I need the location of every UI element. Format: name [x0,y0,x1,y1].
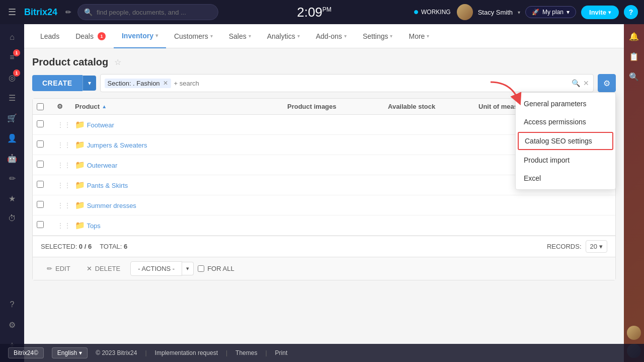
nav-leads[interactable]: Leads [32,24,67,48]
select-all-checkbox[interactable] [37,103,44,110]
th-settings[interactable]: ⚙ [53,103,71,110]
user-name[interactable]: Stacy Smith [478,9,513,16]
hamburger-icon[interactable]: ☰ [6,5,18,20]
sidebar-item-robot[interactable]: 🤖 [3,149,21,167]
dropdown-access-permissions[interactable]: Access permissions [516,113,615,131]
avatar-right-1[interactable] [627,326,641,340]
dropdown-catalog-seo[interactable]: Catalog SEO settings [518,132,613,150]
nav-more[interactable]: More ▾ [400,24,437,48]
notification-icon[interactable]: 🔔 [626,28,642,44]
global-search[interactable]: 🔍 [77,4,218,20]
analytics-caret-icon: ▾ [297,33,300,39]
th-product[interactable]: Product [71,103,283,110]
footer-language-button[interactable]: English ▾ [52,347,88,358]
row-checkbox-6[interactable] [33,221,53,230]
th-checkbox [33,103,53,110]
sidebar-item-tasks[interactable]: ☰ [3,89,21,107]
row-checkbox-1[interactable] [33,120,53,129]
section-tag-close-icon[interactable]: ✕ [163,80,168,87]
search-clear-icon[interactable]: ✕ [583,79,589,87]
create-caret-button[interactable]: ▾ [83,76,96,91]
settings-dropdown: General parameters Access permissions Ca… [515,92,616,190]
sidebar-item-star[interactable]: ★ [3,189,21,207]
footer-brand-button[interactable]: Bitrix24© [8,347,44,358]
th-product-images[interactable]: Product images [283,103,384,110]
row-name-5: 📁 Summer dresses [71,200,283,210]
search-icon: 🔍 [84,8,93,16]
folder-link-2[interactable]: Jumpers & Sweaters [87,141,147,149]
row-name-2: 📁 Jumpers & Sweaters [71,140,283,150]
page-content: Product catalog ☆ CREATE ▾ Section: . Fa… [24,48,624,362]
row-name-3: 📁 Outerwear [71,160,283,170]
folder-link-1[interactable]: Footwear [87,121,114,129]
product-search-input[interactable] [174,80,569,87]
row-drag-4[interactable]: ⋮⋮ [53,181,71,189]
edit-icon[interactable]: ✏ [65,8,71,16]
sidebar-item-pen[interactable]: ✏ [3,169,21,187]
inventory-caret-icon: ▾ [155,33,158,38]
search-input[interactable] [97,9,212,16]
user-caret-icon[interactable]: ▾ [518,10,520,15]
folder-link-6[interactable]: Tops [87,222,100,230]
favorite-star-icon[interactable]: ☆ [114,57,121,67]
actions-button[interactable]: - ACTIONS - [130,261,182,276]
dropdown-excel[interactable]: Excel [516,169,615,187]
row-drag-1[interactable]: ⋮⋮ [53,121,71,129]
row-drag-6[interactable]: ⋮⋮ [53,222,71,230]
actions-caret-button[interactable]: ▾ [182,262,194,275]
dropdown-product-import[interactable]: Product import [516,151,615,169]
folder-icon: 📁 [75,221,85,230]
for-all-label[interactable]: FOR ALL [198,265,234,272]
settings-btn-wrapper: ⚙ General parameters Access permissions … [598,74,616,92]
row-drag-3[interactable]: ⋮⋮ [53,161,71,169]
folder-link-5[interactable]: Summer dresses [87,202,136,209]
my-plan-button[interactable]: 🚀 My plan ▾ [525,6,576,18]
nav-inventory[interactable]: Inventory ▾ [114,24,166,48]
nav-customers[interactable]: Customers ▾ [166,24,221,48]
delete-button[interactable]: ✕ DELETE [80,262,127,275]
edit-button[interactable]: ✏ EDIT [41,262,76,275]
dropdown-general-params[interactable]: General parameters [516,95,615,113]
sidebar-item-question[interactable]: ? [3,296,21,314]
invite-button[interactable]: Invite ▾ [581,6,619,19]
create-button[interactable]: CREATE [32,75,83,91]
row-checkbox-3[interactable] [33,161,53,169]
folder-link-4[interactable]: Pants & Skirts [87,182,128,189]
working-status[interactable]: WORKING [414,9,451,16]
sidebar-item-circle[interactable]: ◎ 1 [3,68,21,87]
nav-sales[interactable]: Sales ▾ [221,24,259,48]
footer-themes[interactable]: Themes [235,349,257,356]
drag-handle-icon: ⋮⋮ [57,141,71,149]
search-right-icon[interactable]: 🔍 [626,68,642,85]
for-all-checkbox[interactable] [198,265,204,272]
feed-right-icon[interactable]: 📋 [626,48,642,64]
row-checkbox-4[interactable] [33,181,53,189]
folder-icon: 📁 [75,140,85,149]
table-footer-left: SELECTED: 0 / 6 TOTAL: 6 [41,243,127,250]
nav-addons[interactable]: Add-ons ▾ [308,24,355,48]
footer-impl-request[interactable]: Implementation request [155,349,218,356]
sidebar-item-feed[interactable]: ≡ 1 [3,48,21,66]
th-available-stock[interactable]: Available stock [384,103,474,110]
nav-analytics[interactable]: Analytics ▾ [259,24,308,48]
records-per-page-select[interactable]: 20 ▾ [586,240,607,253]
plan-icon: 🚀 [532,9,539,16]
search-icon[interactable]: 🔍 [572,79,580,87]
search-bar: Section: . Fashion ✕ 🔍 ✕ [100,74,594,92]
folder-link-3[interactable]: Outerwear [87,162,118,169]
row-drag-2[interactable]: ⋮⋮ [53,141,71,149]
row-drag-5[interactable]: ⋮⋮ [53,201,71,209]
sidebar-item-gear[interactable]: ⚙ [3,316,21,334]
sidebar-item-home[interactable]: ⌂ [3,28,21,46]
help-button[interactable]: ? [624,5,638,19]
nav-deals[interactable]: Deals 1 [67,24,114,48]
sidebar-item-clock[interactable]: ⏱ [3,209,21,228]
sidebar-item-contacts[interactable]: 👤 [3,129,21,147]
row-checkbox-2[interactable] [33,140,53,149]
nav-settings[interactable]: Settings ▾ [355,24,401,48]
footer-print[interactable]: Print [275,349,288,356]
drag-handle-icon: ⋮⋮ [57,161,71,169]
catalog-settings-button[interactable]: ⚙ [598,74,616,92]
sidebar-item-shop[interactable]: 🛒 [3,109,21,127]
row-checkbox-5[interactable] [33,201,53,209]
